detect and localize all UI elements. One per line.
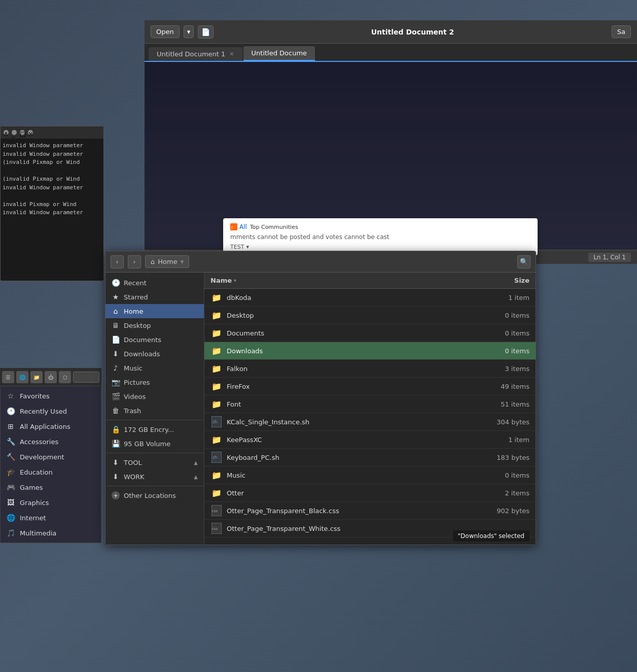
name-sort-icon: ▾ — [234, 278, 236, 283]
sidebar-item-graphics[interactable]: 🖼 Graphics — [1, 495, 101, 510]
open-dropdown-btn[interactable]: ▾ — [184, 25, 194, 38]
sidebar-item-volume[interactable]: 💾 95 GB Volume — [105, 436, 204, 451]
svg-text:sh: sh — [213, 455, 217, 460]
sidebar-item-documents[interactable]: 📄 Documents — [105, 332, 204, 347]
script-icon: sh — [210, 451, 223, 463]
reddit-flair[interactable]: TEST ▾ — [230, 244, 249, 250]
sidebar-item-starred[interactable]: ★ Starred — [105, 290, 204, 304]
sidebar-item-recent[interactable]: 🕐 Recent — [105, 276, 204, 290]
sidebar-label: Recent — [124, 279, 147, 287]
sidebar-label: TOOL — [124, 459, 142, 466]
desktop-icon: 🖥 — [112, 321, 120, 329]
taskbar-icon-4[interactable]: ⏻ — [45, 371, 57, 383]
table-row[interactable]: 📁 Falkon 3 items — [204, 360, 536, 378]
sidebar-item-downloads[interactable]: ⬇ Downloads — [105, 347, 204, 361]
taskbar: ☰ 🌐 📁 ⏻ ⬡ — [0, 368, 101, 386]
file-size: 0 items — [479, 329, 529, 337]
tab-close-icon[interactable]: ✕ — [229, 51, 234, 57]
file-manager-dialog: ‹ › ⌂ Home ▾ 🔍 🕐 Recent ★ Starred ⌂ Home — [105, 251, 536, 545]
recent-icon: 🕐 — [112, 279, 120, 287]
terminal-line: invalid Window parameter — [3, 142, 101, 150]
sidebar-item-encrypt[interactable]: 🔒 172 GB Encry... — [105, 422, 204, 436]
sidebar-item-other-locations[interactable]: + Other Locations — [105, 488, 204, 502]
tab-untitled-1[interactable]: Untitled Document 1 ✕ — [149, 47, 242, 61]
tab-untitled-2[interactable]: Untitled Docume — [243, 46, 315, 61]
games-icon: 🎮 — [6, 482, 16, 492]
file-name: Falkon — [227, 365, 479, 373]
videos-icon: 🎬 — [112, 392, 120, 400]
sidebar-item-desktop[interactable]: 🖥 Desktop — [105, 318, 204, 332]
sidebar-item-pictures[interactable]: 📷 Pictures — [105, 375, 204, 389]
sidebar-item-multimedia[interactable]: 🎵 Multimedia — [1, 525, 101, 541]
reddit-all-badge[interactable]: r All — [230, 223, 247, 230]
sidebar-item-recently-used[interactable]: 🕐 Recently Used — [1, 404, 101, 419]
sidebar-item-games[interactable]: 🎮 Games — [1, 480, 101, 495]
fm-col-name-header[interactable]: Name ▾ — [210, 277, 479, 284]
sidebar-label: 172 GB Encry... — [124, 426, 174, 433]
sidebar-item-music[interactable]: ♪ Music — [105, 361, 204, 375]
sidebar-item-home[interactable]: ⌂ Home — [105, 304, 204, 318]
table-row[interactable]: 📁 Font 51 items — [204, 395, 536, 413]
folder-icon: 📁 — [210, 309, 223, 321]
table-row[interactable]: 📁 Documents 0 items — [204, 324, 536, 342]
svg-text:css: css — [212, 509, 218, 513]
table-row[interactable]: 📁 Desktop 0 items — [204, 307, 536, 324]
sidebar-item-development[interactable]: 🔨 Development — [1, 449, 101, 464]
terminal-minimize-btn[interactable]: ∧ — [4, 130, 9, 135]
table-row[interactable]: 📁 Otter 2 items — [204, 484, 536, 502]
svg-text:css: css — [212, 527, 218, 531]
table-row[interactable]: css Otter_Page_Transparent_Black.css 902… — [204, 502, 536, 520]
position-label: Ln 1, Col 1 — [593, 254, 626, 261]
table-row[interactable]: 📁 Music 0 items — [204, 466, 536, 484]
sidebar-label: Downloads — [124, 350, 160, 358]
table-row[interactable]: sh KCalc_Single_Instance.sh 304 bytes — [204, 413, 536, 431]
fm-search-button[interactable]: 🔍 — [517, 255, 530, 268]
table-row[interactable]: sh Keyboard_PC.sh 183 bytes — [204, 449, 536, 466]
recent-files-btn[interactable]: 📄 — [198, 25, 214, 39]
app-menu-label: Games — [20, 484, 43, 491]
terminal-close-btn[interactable]: × — [28, 130, 33, 135]
fm-back-button[interactable]: ‹ — [111, 255, 124, 268]
sidebar-label: WORK — [124, 473, 145, 481]
sidebar-item-videos[interactable]: 🎬 Videos — [105, 389, 204, 404]
open-button[interactable]: Open — [151, 25, 180, 38]
file-name: Music — [227, 472, 479, 479]
tool-expander-icon: ▲ — [194, 460, 198, 465]
file-size: 183 bytes — [479, 454, 529, 461]
sidebar-item-accessories[interactable]: 🔧 Accessories — [1, 434, 101, 449]
terminal-window: ∧ _ □ × invalid Window parameter invalid… — [0, 126, 104, 281]
table-row[interactable]: 📁 dbKoda 1 item — [204, 289, 536, 307]
terminal-restore-btn[interactable]: □ — [20, 130, 25, 135]
sidebar-item-internet[interactable]: 🌐 Internet — [1, 510, 101, 525]
fm-file-list: Name ▾ Size 📁 dbKoda 1 item 📁 Desktop 0 … — [204, 273, 536, 545]
fm-forward-button[interactable]: › — [128, 255, 141, 268]
sidebar-item-favorites[interactable]: ☆ Favorites — [1, 388, 101, 404]
app-menu-label: Graphics — [20, 499, 49, 507]
sidebar-item-education[interactable]: 🎓 Education — [1, 464, 101, 480]
sidebar-item-work[interactable]: ⬇ WORK ▲ — [105, 469, 204, 484]
work-icon: ⬇ — [112, 473, 120, 481]
terminal-maximize-btn[interactable]: _ — [12, 130, 17, 135]
app-menu-label: Accessories — [20, 438, 58, 446]
sidebar-label: Music — [124, 364, 143, 372]
table-row[interactable]: 📁 KeePassXC 1 item — [204, 431, 536, 449]
taskbar-icon-5[interactable]: ⬡ — [59, 371, 71, 383]
taskbar-icon-2[interactable]: 🌐 — [16, 371, 28, 383]
sidebar-item-all-apps[interactable]: ⊞ All Applications — [1, 419, 101, 434]
file-name: Desktop — [227, 312, 479, 319]
table-row[interactable]: 📁 FireFox 49 items — [204, 378, 536, 395]
taskbar-icon-1[interactable]: ☰ — [2, 371, 14, 383]
folder-icon: 📁 — [210, 487, 223, 499]
table-row[interactable]: 📁 Downloads 0 items — [204, 342, 536, 360]
volume-icon: 💾 — [112, 440, 120, 448]
fm-location-button[interactable]: ⌂ Home ▾ — [145, 255, 189, 268]
css-file-icon: css — [210, 505, 223, 517]
folder-dl-icon: 📁 — [210, 345, 223, 357]
work-expander-icon: ▲ — [194, 474, 198, 480]
sidebar-item-tool[interactable]: ⬇ TOOL ▲ — [105, 455, 204, 469]
file-size: 51 items — [479, 400, 529, 408]
taskbar-icon-3[interactable]: 📁 — [30, 371, 43, 383]
save-button[interactable]: Sa — [612, 25, 631, 38]
sidebar-item-trash[interactable]: 🗑 Trash — [105, 404, 204, 418]
taskbar-search[interactable] — [73, 372, 99, 383]
